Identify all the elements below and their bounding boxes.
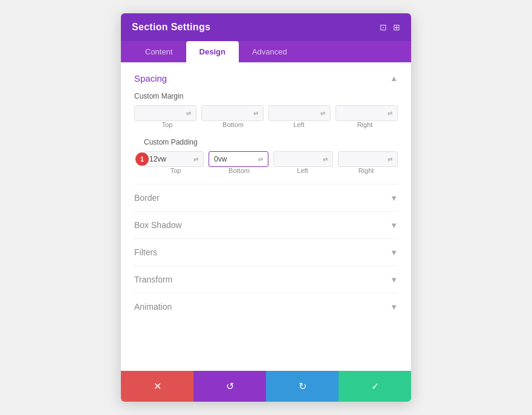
margin-left-input-group[interactable]: ⇄ bbox=[268, 105, 331, 121]
padding-bottom-label: Bottom bbox=[207, 167, 271, 174]
padding-right-input[interactable] bbox=[343, 155, 388, 163]
cancel-button[interactable]: ✕ bbox=[121, 371, 193, 402]
tab-design[interactable]: Design bbox=[186, 41, 239, 62]
tab-content[interactable]: Content bbox=[132, 41, 186, 62]
margin-inputs-row: ⇄ ⇄ ⇄ ⇄ bbox=[134, 105, 398, 121]
panel-header: Section Settings ⊡ ⊞ bbox=[121, 13, 411, 41]
split-icon[interactable]: ⊞ bbox=[393, 22, 400, 32]
bottom-bar: ✕ ↺ ↻ ✓ bbox=[121, 371, 411, 402]
filters-chevron-icon[interactable]: ▼ bbox=[390, 248, 398, 257]
border-section[interactable]: Border ▼ bbox=[134, 184, 398, 211]
expand-icon[interactable]: ⊡ bbox=[380, 22, 387, 32]
margin-bottom-label: Bottom bbox=[200, 121, 266, 128]
reset-button[interactable]: ↺ bbox=[193, 371, 266, 402]
custom-margin-label: Custom Margin bbox=[134, 92, 398, 100]
spacing-title: Spacing bbox=[134, 73, 167, 83]
margin-top-input-group[interactable]: ⇄ bbox=[134, 105, 196, 121]
animation-section[interactable]: Animation ▼ bbox=[134, 293, 398, 320]
box-shadow-chevron-icon[interactable]: ▼ bbox=[390, 221, 398, 230]
padding-left-label: Left bbox=[271, 167, 334, 174]
padding-left-input[interactable] bbox=[279, 155, 323, 163]
padding-top-link-icon[interactable]: ⇄ bbox=[193, 156, 198, 163]
padding-top-input-group[interactable]: ⇄ bbox=[144, 151, 204, 167]
box-shadow-section[interactable]: Box Shadow ▼ bbox=[134, 211, 398, 238]
filters-label: Filters bbox=[134, 247, 157, 257]
margin-right-input-group[interactable]: ⇄ bbox=[336, 105, 398, 121]
animation-label: Animation bbox=[134, 302, 172, 312]
spacing-section-header: Spacing ▲ bbox=[134, 73, 398, 83]
margin-labels-row: Top Bottom Left Right bbox=[134, 121, 398, 128]
border-label: Border bbox=[134, 193, 160, 203]
margin-right-input[interactable] bbox=[341, 109, 388, 117]
panel-title: Section Settings bbox=[132, 22, 210, 33]
filters-section[interactable]: Filters ▼ bbox=[134, 238, 398, 266]
save-button[interactable]: ✓ bbox=[339, 371, 411, 402]
padding-labels-row: Top Bottom Left Right bbox=[144, 167, 398, 174]
spacing-chevron-icon[interactable]: ▲ bbox=[390, 74, 398, 83]
padding-left-link-icon[interactable]: ⇄ bbox=[323, 156, 328, 163]
custom-padding-block: Custom Padding 1 ⇄ ⇄ ⇄ bbox=[134, 138, 398, 174]
margin-left-input[interactable] bbox=[274, 109, 320, 117]
padding-top-input[interactable] bbox=[149, 155, 193, 163]
padding-bottom-input[interactable] bbox=[214, 155, 258, 163]
margin-right-link-icon[interactable]: ⇄ bbox=[388, 110, 392, 117]
margin-left-label: Left bbox=[266, 121, 332, 128]
redo-button[interactable]: ↻ bbox=[266, 371, 339, 402]
tab-advanced[interactable]: Advanced bbox=[239, 41, 300, 62]
animation-chevron-icon[interactable]: ▼ bbox=[390, 302, 398, 312]
margin-bottom-input-group[interactable]: ⇄ bbox=[201, 105, 264, 121]
padding-right-link-icon[interactable]: ⇄ bbox=[388, 156, 392, 163]
custom-padding-label: Custom Padding bbox=[144, 138, 398, 146]
padding-row-wrapper: 1 ⇄ ⇄ ⇄ ⇄ bbox=[144, 151, 398, 167]
transform-label: Transform bbox=[134, 275, 172, 284]
padding-left-input-group[interactable]: ⇄ bbox=[273, 151, 333, 167]
margin-bottom-input[interactable] bbox=[207, 109, 253, 117]
box-shadow-label: Box Shadow bbox=[134, 220, 182, 230]
padding-top-label: Top bbox=[144, 167, 207, 174]
transform-chevron-icon[interactable]: ▼ bbox=[390, 275, 398, 284]
tabs-bar: Content Design Advanced bbox=[121, 41, 411, 62]
margin-top-label: Top bbox=[134, 121, 200, 128]
margin-top-input[interactable] bbox=[140, 109, 186, 117]
padding-right-label: Right bbox=[334, 167, 398, 174]
padding-inputs-row: ⇄ ⇄ ⇄ ⇄ bbox=[144, 151, 398, 167]
transform-section[interactable]: Transform ▼ bbox=[134, 266, 398, 293]
header-icons: ⊡ ⊞ bbox=[380, 22, 400, 32]
padding-bottom-input-group[interactable]: ⇄ bbox=[209, 151, 268, 167]
section-settings-panel: Section Settings ⊡ ⊞ Content Design Adva… bbox=[121, 13, 411, 402]
margin-right-label: Right bbox=[332, 121, 398, 128]
panel-content: Spacing ▲ Custom Margin ⇄ ⇄ ⇄ bbox=[121, 62, 411, 365]
margin-bottom-link-icon[interactable]: ⇄ bbox=[253, 110, 258, 117]
margin-left-link-icon[interactable]: ⇄ bbox=[320, 110, 325, 117]
custom-margin-block: Custom Margin ⇄ ⇄ ⇄ ⇄ bbox=[134, 92, 398, 128]
padding-bottom-link-icon[interactable]: ⇄ bbox=[258, 156, 263, 163]
border-chevron-icon[interactable]: ▼ bbox=[390, 194, 398, 203]
margin-top-link-icon[interactable]: ⇄ bbox=[186, 110, 191, 117]
padding-right-input-group[interactable]: ⇄ bbox=[338, 151, 398, 167]
padding-badge: 1 bbox=[135, 152, 149, 166]
